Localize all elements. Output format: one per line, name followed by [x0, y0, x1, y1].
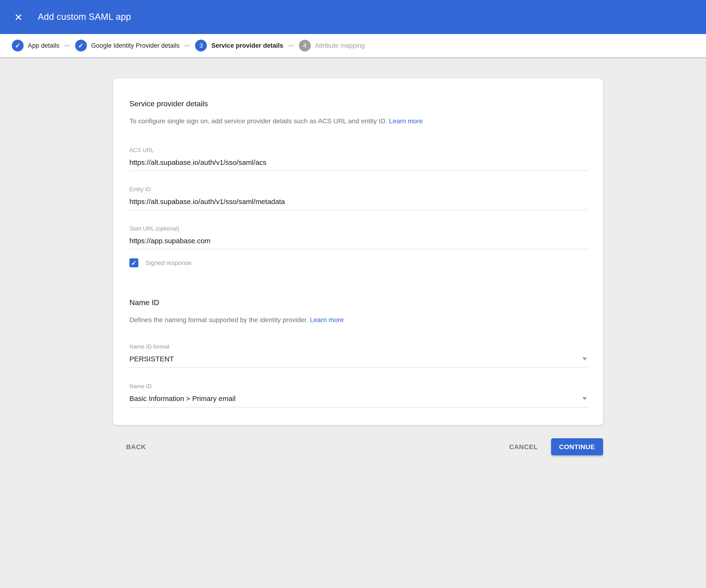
name-id-format-label: Name ID format	[129, 343, 588, 350]
signed-response-checkbox[interactable]: ✓	[129, 258, 139, 267]
main-content: Service provider details To configure si…	[0, 57, 706, 455]
check-icon: ✓	[78, 42, 84, 49]
dropdown-arrow-icon	[582, 397, 587, 400]
step-label: Google Identity Provider details	[91, 42, 180, 49]
continue-button[interactable]: CONTINUE	[551, 438, 603, 455]
start-url-input[interactable]	[129, 236, 588, 245]
step-label: App details	[28, 42, 60, 49]
entity-id-input[interactable]	[129, 197, 588, 206]
step-complete-indicator: ✓	[75, 40, 87, 51]
step-connector	[64, 45, 70, 46]
name-id-format-select[interactable]: PERSISTENT	[129, 354, 588, 368]
page: ✕ Add custom SAML app ✓ App details ✓ Go…	[0, 0, 706, 588]
step-connector	[185, 45, 191, 46]
acs-url-underline	[129, 158, 588, 171]
entity-id-field: Entity ID	[129, 186, 588, 210]
service-provider-card: Service provider details To configure si…	[113, 78, 603, 425]
start-url-field: Start URL (optional)	[129, 225, 588, 249]
name-id-section-title: Name ID	[129, 298, 588, 307]
acs-url-field: ACS URL	[129, 147, 588, 171]
app-bar: ✕ Add custom SAML app	[0, 0, 706, 34]
name-id-select[interactable]: Basic Information > Primary email	[129, 394, 588, 407]
name-id-description-text: Defines the naming format supported by t…	[129, 316, 308, 323]
name-id-label: Name ID	[129, 383, 588, 389]
step-number-indicator: 4	[299, 40, 311, 51]
wizard-stepper: ✓ App details ✓ Google Identity Provider…	[0, 34, 706, 57]
name-id-format-field: Name ID format PERSISTENT	[129, 343, 588, 368]
dropdown-arrow-icon	[582, 357, 587, 360]
step-google-idp-details[interactable]: ✓ Google Identity Provider details	[75, 40, 180, 51]
entity-id-label: Entity ID	[129, 186, 588, 192]
step-app-details[interactable]: ✓ App details	[12, 40, 60, 51]
checkmark-icon: ✓	[131, 260, 136, 266]
step-attribute-mapping[interactable]: 4 Attribute mapping	[299, 40, 365, 51]
close-icon[interactable]: ✕	[12, 10, 25, 24]
acs-url-label: ACS URL	[129, 147, 588, 153]
start-url-label: Start URL (optional)	[129, 225, 588, 232]
name-id-description: Defines the naming format supported by t…	[129, 315, 588, 324]
learn-more-link[interactable]: Learn more	[389, 117, 423, 124]
dialog-title: Add custom SAML app	[38, 12, 131, 22]
card-description: To configure single sign on, add service…	[129, 116, 588, 125]
card-title: Service provider details	[129, 100, 588, 108]
card-description-text: To configure single sign on, add service…	[129, 117, 387, 124]
name-id-format-value: PERSISTENT	[129, 354, 174, 363]
signed-response-label: Signed response	[146, 259, 192, 266]
back-button[interactable]: BACK	[126, 443, 146, 450]
footer-actions: BACK CANCEL CONTINUE	[113, 438, 603, 455]
acs-url-input[interactable]	[129, 158, 588, 167]
learn-more-link[interactable]: Learn more	[310, 316, 344, 323]
step-label: Attribute mapping	[315, 42, 365, 49]
check-icon: ✓	[15, 42, 20, 49]
name-id-field: Name ID Basic Information > Primary emai…	[129, 383, 588, 407]
step-number-indicator: 3	[195, 40, 207, 51]
footer-actions-right: CANCEL CONTINUE	[509, 438, 603, 455]
signed-response-row: ✓ Signed response	[129, 258, 588, 268]
step-complete-indicator: ✓	[12, 40, 24, 51]
step-label: Service provider details	[211, 42, 283, 49]
cancel-button[interactable]: CANCEL	[509, 443, 538, 450]
entity-id-underline	[129, 197, 588, 210]
start-url-underline	[129, 236, 588, 249]
step-connector	[288, 45, 294, 46]
name-id-value: Basic Information > Primary email	[129, 394, 235, 403]
step-service-provider-details[interactable]: 3 Service provider details	[195, 40, 283, 51]
